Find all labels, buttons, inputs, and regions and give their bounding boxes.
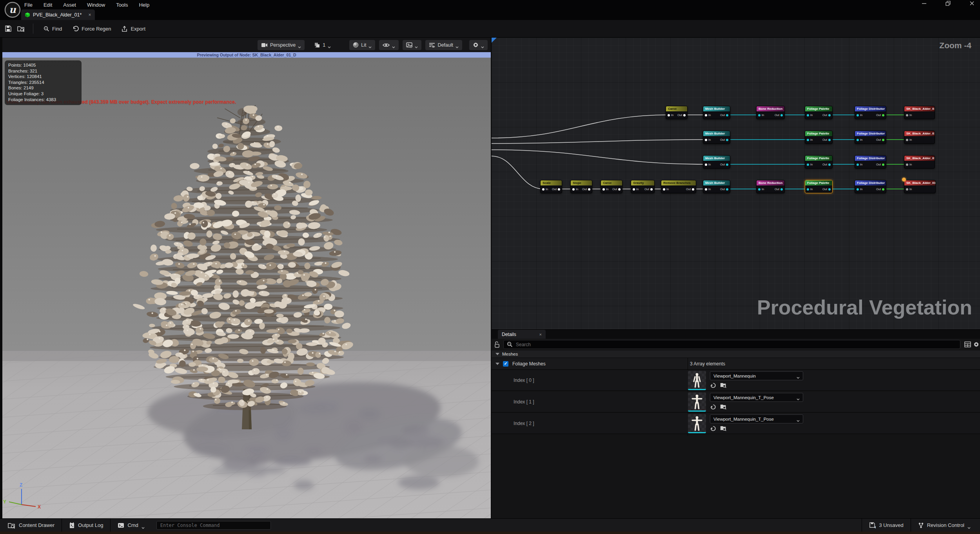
graph-node-foliage-palette[interactable]: Foliage PaletteInOut — [805, 131, 833, 144]
mesh-asset-dropdown[interactable]: Viewport_Mannequin — [710, 371, 803, 380]
tab-close-icon[interactable]: × — [88, 12, 91, 18]
menu-edit[interactable]: Edit — [44, 2, 52, 8]
browse-to-asset-icon[interactable] — [17, 25, 25, 32]
graph-node-sk-black-alder-01-d[interactable]: SK_Black_Alder_01_DIn — [904, 180, 936, 193]
close-icon[interactable] — [969, 1, 975, 6]
preview-scene-dropdown[interactable] — [403, 40, 421, 50]
graph-node-bone-reduction[interactable]: Bone ReductionInOut — [756, 106, 785, 119]
node-pin-in[interactable]: In — [705, 187, 711, 191]
node-pin-out[interactable]: Out — [686, 187, 694, 191]
viewport-3d-scene[interactable]: ZYX Points: 10405Branches: 321Vertices: … — [2, 58, 491, 518]
graph-node-mesh-builder[interactable]: Mesh BuilderInOut — [703, 131, 730, 144]
node-pin-in[interactable]: In — [542, 187, 548, 191]
lit-mode-dropdown[interactable]: Lit — [349, 40, 375, 50]
node-pin-out[interactable]: Out — [582, 187, 590, 191]
show-flags-dropdown[interactable] — [379, 40, 399, 50]
perspective-dropdown[interactable]: Perspective — [258, 40, 305, 50]
foliage-meshes-row[interactable]: ✓ Foliage Meshes 3 Array elements — [492, 358, 980, 370]
graph-node-foliage-distributor[interactable]: Foliage DistributorInOut — [855, 131, 886, 144]
force-regen-button[interactable]: Force Regen — [70, 24, 113, 33]
foliage-meshes-checkbox[interactable]: ✓ — [503, 361, 508, 367]
node-pin-out[interactable]: Out — [822, 138, 831, 142]
export-button[interactable]: Export — [119, 24, 148, 34]
node-pin-out[interactable]: Out — [822, 187, 831, 191]
node-pin-in[interactable]: In — [705, 138, 711, 142]
revision-control-button[interactable]: Revision Control — [911, 519, 978, 532]
graph-node-bone-reduction[interactable]: Bone ReductionInOut — [756, 180, 785, 193]
menu-tools[interactable]: Tools — [116, 2, 128, 8]
node-pin-out[interactable]: Out — [822, 113, 831, 117]
viewport-settings-dropdown[interactable] — [469, 40, 488, 50]
node-pin-in[interactable]: In — [857, 138, 862, 142]
graph-node-sk-black-alder-01-b[interactable]: SK_Black_Alder_01_BIn — [904, 131, 935, 144]
node-pin-in[interactable]: In — [906, 113, 912, 117]
graph-node-foliage-palette[interactable]: Foliage PaletteInOut — [805, 106, 833, 119]
node-pin-out[interactable]: Out — [720, 187, 728, 191]
node-pin-out[interactable]: Out — [822, 163, 831, 166]
search-input[interactable] — [515, 341, 957, 348]
screen-percentage-dropdown[interactable]: 1 — [311, 40, 334, 50]
node-pin-in[interactable]: In — [906, 138, 912, 142]
node-pin-in[interactable]: In — [633, 187, 639, 191]
node-pin-out[interactable]: Out — [876, 163, 884, 166]
graph-node-foliage-distributor[interactable]: Foliage DistributorInOut — [855, 180, 886, 193]
menu-file[interactable]: File — [24, 2, 33, 8]
node-pin-out[interactable]: Out — [720, 163, 728, 166]
graph-node-remove-branches[interactable]: Remove BranchesInOut — [661, 180, 696, 193]
graph-node-carve[interactable]: CarveInOut — [601, 180, 622, 193]
browse-to-asset-icon[interactable] — [720, 382, 727, 388]
graph-node-scale[interactable]: ScaleInOut — [540, 180, 562, 193]
node-pin-out[interactable]: Out — [775, 187, 783, 191]
node-pin-in[interactable]: In — [668, 113, 673, 117]
content-drawer-button[interactable]: Content Drawer — [1, 519, 62, 532]
browse-to-asset-icon[interactable] — [720, 403, 727, 410]
graph-node-gravity[interactable]: GravityInOut — [631, 180, 655, 193]
details-tab-close-icon[interactable]: × — [539, 332, 542, 337]
display-grid-icon[interactable] — [964, 341, 971, 347]
node-pin-in[interactable]: In — [807, 113, 813, 117]
menu-window[interactable]: Window — [87, 2, 105, 8]
cmd-dropdown[interactable]: Cmd — [111, 519, 151, 532]
restore-icon[interactable] — [946, 1, 951, 6]
details-settings-icon[interactable] — [973, 341, 979, 347]
minimize-icon[interactable] — [922, 1, 927, 6]
mesh-asset-dropdown[interactable]: Viewport_Mannequin_T_Pose — [710, 393, 803, 402]
menu-asset[interactable]: Asset — [63, 2, 76, 8]
node-pin-in[interactable]: In — [857, 163, 862, 166]
node-pin-out[interactable]: Out — [876, 187, 884, 191]
node-pin-in[interactable]: In — [663, 187, 669, 191]
graph-node-foliage-distributor[interactable]: Foliage DistributorInOut — [855, 155, 886, 169]
graph-node-foliage-distributor[interactable]: Foliage DistributorInOut — [855, 106, 886, 119]
node-pin-out[interactable]: Out — [720, 113, 728, 117]
node-pin-in[interactable]: In — [857, 113, 862, 117]
graph-node-foliage-palette[interactable]: Foliage PaletteInOut — [805, 180, 833, 193]
unsaved-button[interactable]: ✱ 3 Unsaved — [862, 519, 910, 532]
node-pin-out[interactable]: Out — [552, 187, 560, 191]
node-pin-in[interactable]: In — [807, 187, 813, 191]
node-pin-in[interactable]: In — [758, 113, 764, 117]
graph-node-mesh-builder[interactable]: Mesh BuilderInOut — [703, 106, 730, 119]
node-pin-out[interactable]: Out — [612, 187, 621, 191]
node-pin-in[interactable]: In — [705, 163, 711, 166]
graph-node-mesh-builder[interactable]: Mesh BuilderInOut — [703, 155, 730, 169]
node-pin-in[interactable]: In — [906, 163, 912, 166]
expander-icon[interactable] — [495, 363, 499, 365]
graph-node-slope[interactable]: SlopeInOut — [570, 180, 592, 193]
node-pin-in[interactable]: In — [758, 187, 764, 191]
node-graph-canvas[interactable]: Zoom -4 Procedural Vegetation CarveInOut… — [492, 38, 980, 329]
menu-help[interactable]: Help — [139, 2, 149, 8]
use-selected-asset-icon[interactable] — [710, 403, 716, 410]
use-selected-asset-icon[interactable] — [710, 425, 716, 431]
asset-tab[interactable]: PVE_Black_Alder_01* × — [21, 9, 95, 20]
node-pin-in[interactable]: In — [807, 138, 813, 142]
mesh-thumbnail[interactable] — [688, 414, 706, 433]
node-pin-in[interactable]: In — [705, 113, 711, 117]
save-icon[interactable] — [5, 25, 12, 32]
details-tab[interactable]: Details × — [498, 330, 546, 339]
node-pin-in[interactable]: In — [906, 187, 912, 191]
find-button[interactable]: Find — [41, 24, 64, 33]
use-selected-asset-icon[interactable] — [710, 382, 716, 388]
browse-to-asset-icon[interactable] — [720, 425, 727, 431]
node-pin-in[interactable]: In — [603, 187, 608, 191]
node-pin-out[interactable]: Out — [775, 113, 783, 117]
